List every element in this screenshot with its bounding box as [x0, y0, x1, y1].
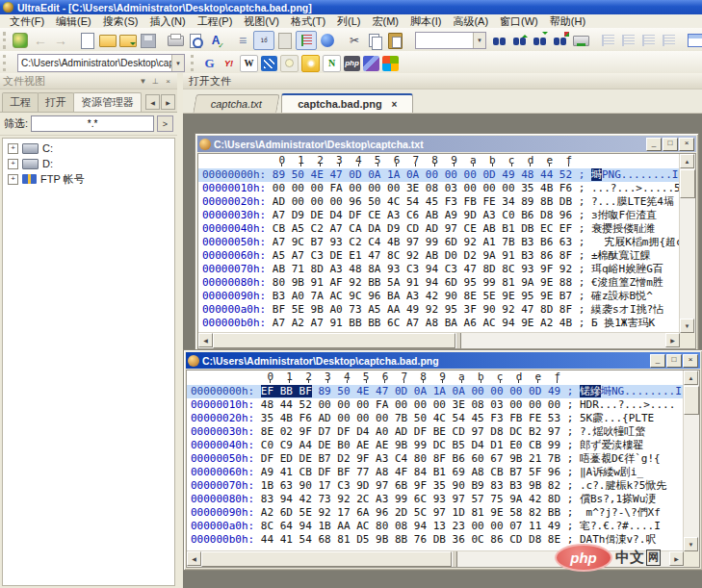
scroll-up-icon[interactable]: ▲: [684, 371, 698, 385]
panel-close-icon[interactable]: ×: [162, 75, 174, 87]
scrollbar-track[interactable]: [684, 415, 699, 537]
tree-item[interactable]: +D:: [3, 156, 174, 171]
tab-captcha.txt[interactable]: captcha.txt: [193, 94, 280, 113]
maximize-icon[interactable]: □: [663, 138, 678, 151]
menu-item[interactable]: 编辑(E): [50, 14, 97, 29]
find-prev-icon[interactable]: [531, 31, 550, 50]
column-mode-icon[interactable]: ≡: [233, 31, 252, 50]
child-title-bar[interactable]: C:\Users\Administrator\Desktop\captcha.b…: [186, 352, 700, 369]
scroll-left-icon[interactable]: ◀: [198, 333, 213, 347]
print-preview-icon[interactable]: [186, 31, 205, 50]
maximize-icon[interactable]: □: [666, 354, 682, 368]
wikipedia-icon[interactable]: W: [240, 55, 258, 72]
open-file-icon[interactable]: [98, 31, 117, 50]
hex-row[interactable]: 00000010h: 48 44 52 00 00 00 FA 00 00 00…: [187, 398, 684, 412]
hex-row[interactable]: 00000080h: 80 9B 91 AF 92 BB 5A 91 94 6D…: [198, 276, 680, 290]
hex-row[interactable]: 00000060h: A5 A7 C3 DE E1 47 8C 92 AB D0…: [198, 249, 680, 263]
find-icon[interactable]: [490, 31, 509, 50]
hex-row[interactable]: 00000010h: 00 00 00 FA 00 00 00 3E 08 03…: [198, 182, 680, 195]
panel-menu-icon[interactable]: ▼: [137, 75, 149, 87]
menu-item[interactable]: 搜索(S): [97, 14, 144, 29]
google-icon[interactable]: G: [201, 56, 218, 71]
toolbar-grip[interactable]: [191, 55, 196, 71]
print-icon[interactable]: [166, 31, 185, 50]
format-align-icon[interactable]: [638, 31, 658, 50]
chevron-down-icon[interactable]: ▼: [473, 33, 485, 48]
cut-icon[interactable]: ✂: [345, 31, 364, 50]
find-combo[interactable]: ▼: [415, 32, 486, 49]
tree-item[interactable]: +C:: [3, 141, 174, 156]
forward-icon[interactable]: →: [51, 31, 70, 50]
php-icon[interactable]: php: [344, 56, 360, 71]
tree-item[interactable]: +FTP 帐号: [3, 171, 174, 187]
menu-item[interactable]: 视图(V): [238, 14, 285, 29]
save-icon[interactable]: [139, 31, 158, 50]
hex-row[interactable]: 000000b0h: A7 A2 A7 91 BB BB 6C A7 A8 BA…: [198, 317, 680, 330]
hex-row[interactable]: 00000040h: C0 C9 A4 DE B0 AE AE 9B 99 DC…: [187, 439, 684, 452]
vertical-scrollbar[interactable]: ▲ ▼: [679, 154, 695, 333]
scrollbar-thumb[interactable]: [684, 386, 699, 415]
scroll-left-icon[interactable]: ◀: [187, 551, 201, 566]
title-bar[interactable]: UltraEdit - [C:\Users\Administrator\Desk…: [0, 0, 702, 14]
close-icon[interactable]: ×: [679, 138, 694, 151]
scrollbar-track[interactable]: [461, 333, 665, 348]
hex-row[interactable]: 000000a0h: 8C 64 94 1B AA AC 80 08 94 13…: [187, 520, 684, 533]
menu-item[interactable]: 窗口(W): [494, 14, 544, 29]
hex-row[interactable]: 00000070h: AB 71 8D A3 48 8A 93 C3 94 C3…: [198, 263, 680, 276]
menu-item[interactable]: 列(L): [331, 14, 366, 29]
filter-input[interactable]: [31, 115, 154, 132]
format-paragraph-icon[interactable]: [598, 31, 617, 50]
menu-item[interactable]: 帮助(H): [544, 14, 591, 29]
hex-row[interactable]: 00000090h: B3 A0 7A AC 9C 96 BA A3 42 90…: [198, 290, 680, 303]
scrollbar-thumb[interactable]: [201, 551, 452, 567]
sidebar-tab-资源管理器[interactable]: 资源管理器: [73, 92, 142, 112]
horizontal-scrollbar[interactable]: ◀ ▶: [198, 332, 680, 348]
filter-apply-button[interactable]: >: [157, 115, 173, 132]
hex-row[interactable]: 00000030h: 8E 02 9F D7 DF D4 A0 AD DF BE…: [187, 425, 684, 439]
menu-item[interactable]: 工程(P): [192, 14, 239, 29]
menu-item[interactable]: 文件(F): [4, 14, 50, 29]
hex-row[interactable]: 00000000h: 89 50 4E 47 0D 0A 1A 0A 00 00…: [198, 168, 680, 182]
back-icon[interactable]: ←: [31, 31, 50, 50]
hex-row[interactable]: 00000020h: AD 00 00 00 96 50 4C 54 45 F3…: [198, 195, 680, 209]
scroll-right-icon[interactable]: ▶: [665, 333, 680, 347]
toolbar-grip[interactable]: [3, 32, 6, 49]
scroll-right-icon[interactable]: ▶: [669, 551, 684, 566]
hex-row[interactable]: 000000a0h: BF 5E 9B A0 73 A5 AA 49 92 95…: [198, 303, 680, 317]
replace-icon[interactable]: [551, 31, 570, 50]
yahoo-icon[interactable]: Y!: [221, 56, 237, 71]
close-icon[interactable]: ×: [392, 99, 398, 110]
tab-scroll-right-icon[interactable]: ▶: [161, 94, 175, 110]
chevron-down-icon[interactable]: ▼: [171, 55, 184, 71]
address-value[interactable]: C:\Users\Administrator\Desktop\capt: [18, 58, 171, 68]
highlight-site-icon[interactable]: [301, 55, 320, 72]
hex-row[interactable]: 00000000h: EF BB BF 89 50 4E 47 0D 0A 1A…: [187, 385, 684, 398]
syntax-highlight-icon[interactable]: [296, 31, 317, 50]
scroll-down-icon[interactable]: ▼: [680, 319, 694, 333]
scroll-up-icon[interactable]: ▲: [680, 154, 694, 168]
hex-row[interactable]: 00000050h: A7 9C B7 93 C2 C4 4B 97 99 6D…: [198, 236, 680, 249]
toolbar-grip[interactable]: [3, 55, 9, 71]
hex-row[interactable]: 00000080h: 83 94 42 73 92 2C A3 99 6C 93…: [187, 493, 684, 506]
hex-row[interactable]: 00000060h: A9 41 CB DF BF 77 A8 4F 84 B1…: [187, 466, 684, 479]
window-hsplit-icon[interactable]: [686, 31, 702, 50]
tab-scroll-left-icon[interactable]: ◀: [145, 94, 160, 110]
address-combo[interactable]: C:\Users\Administrator\Desktop\capt ▼: [17, 54, 185, 72]
hex-row[interactable]: 00000050h: DF ED DE B7 D2 9F A3 C4 80 8F…: [187, 452, 684, 466]
hex-row[interactable]: 00000020h: 35 4B F6 AD 00 00 00 7B 50 4C…: [187, 412, 684, 425]
hex-window-captcha-txt[interactable]: C:\Users\Administrator\Desktop\captcha.t…: [195, 133, 699, 352]
expand-icon[interactable]: +: [8, 159, 18, 169]
sidebar-tab-工程[interactable]: 工程: [2, 92, 39, 112]
hex-row[interactable]: 00000040h: CB A5 C2 A7 CA DA D9 CD AD 97…: [198, 222, 680, 236]
menu-item[interactable]: 格式(T): [285, 14, 331, 29]
spellcheck-icon[interactable]: A: [206, 31, 225, 50]
tab-captcha.bad.png[interactable]: captcha.bad.png×: [281, 93, 413, 113]
expand-icon[interactable]: +: [8, 174, 18, 185]
close-icon[interactable]: ×: [683, 354, 698, 368]
sidebar-tab-打开[interactable]: 打开: [38, 92, 74, 112]
copy-icon[interactable]: [365, 31, 384, 50]
find-next-icon[interactable]: [510, 31, 530, 50]
paste-icon[interactable]: [385, 31, 404, 50]
session-icon[interactable]: [11, 31, 30, 50]
hex-row[interactable]: 00000090h: A2 6D 5E 92 17 6A 96 2D 5C 97…: [187, 506, 684, 520]
